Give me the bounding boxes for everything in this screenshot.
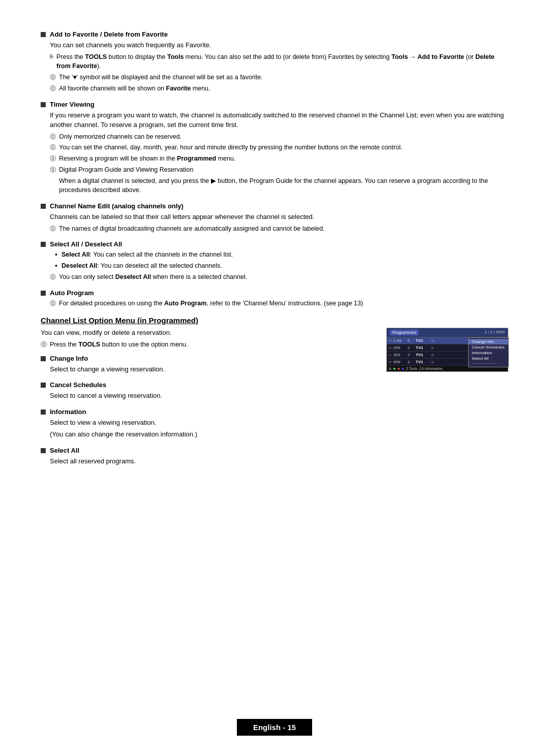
- bullet-icon: [41, 102, 46, 107]
- programmed-text-column: You can view, modify or delete a reserva…: [41, 328, 371, 473]
- subsection-body: Select to change a viewing reservation.: [50, 364, 371, 374]
- tv-footer-a: A: [389, 367, 391, 370]
- context-item-cancel: Cancel Schedules: [469, 344, 508, 350]
- bullet-icon: [41, 448, 46, 453]
- tv-channel-num: 459: [393, 360, 408, 364]
- tv-header: Programmed 1 / 1 / 2009: [387, 328, 508, 337]
- section-channel-name-edit: Channel Name Edit (analog channels only)…: [41, 202, 508, 233]
- tv-ch-type: 2: [408, 360, 416, 364]
- note-icon: ⓪: [50, 299, 56, 308]
- context-item-change-info: Change Info: [469, 339, 508, 344]
- bullet-icon: [41, 32, 46, 37]
- bullet-select-all: • Select All: You can select all the cha…: [55, 250, 508, 260]
- bullet-icon: [41, 383, 46, 388]
- note-text: Reserving a program will be shown in the…: [59, 154, 235, 164]
- section-programmed: Channel List Option Menu (in Programmed)…: [41, 316, 508, 473]
- note-text: You can set the channel, day, month, yea…: [59, 143, 402, 152]
- tv-display: Programmed 1 / 1 / 2009 ○ 1:59 5 TV1 ⊙ C…: [386, 328, 508, 372]
- tv-icon: ⊙: [431, 339, 437, 343]
- timer-note-3: ⓪ Reserving a program will be shown in t…: [50, 154, 508, 164]
- section-add-to-favorite: Add to Favorite / Delete from Favorite Y…: [41, 30, 508, 93]
- tv-ch-name: TV1: [416, 345, 431, 350]
- note-icon: ⓪: [50, 143, 56, 152]
- subsection-title: Select All: [50, 447, 79, 454]
- bullet-text: Deselect All: You can deselect all the s…: [62, 261, 222, 271]
- note-text-1: The '♥' symbol will be displayed and the…: [59, 73, 263, 82]
- programmed-intro: You can view, modify or delete a reserva…: [41, 328, 371, 338]
- tv-channel-num: 1:59: [393, 338, 408, 343]
- note-icon-2: ⓪: [50, 84, 56, 93]
- note-icon: ⓪: [50, 73, 56, 82]
- bullet-deselect-all: • Deselect All: You can deselect all the…: [55, 261, 508, 271]
- bullet-icon: [41, 291, 46, 296]
- note-text: You can only select Deselect All when th…: [59, 272, 247, 282]
- note-text: Press the TOOLS button to use the option…: [50, 340, 188, 350]
- tv-ch-type: 2: [408, 345, 416, 350]
- context-item-separator: ──────────: [469, 361, 508, 366]
- section-title: Timer Viewing: [50, 101, 95, 108]
- dot-icon: •: [55, 250, 57, 259]
- tv-ch-name: TV1: [416, 338, 431, 343]
- subsection-title: Change Info: [50, 355, 88, 362]
- section-body: Channels can be labeled so that their ca…: [50, 212, 508, 222]
- note-icon: ⓪: [50, 166, 56, 174]
- bullet-icon: [41, 410, 46, 415]
- tv-ch-name: TV1: [416, 353, 431, 357]
- section-timer-viewing: Timer Viewing If you reserve a program y…: [41, 101, 508, 196]
- note-icon: ⓪: [50, 154, 56, 163]
- tv-footer-tools: Z Tools: [406, 367, 417, 370]
- tv-ch-type: 5: [408, 338, 416, 343]
- tools-note-text: Press the TOOLS button to display the To…: [56, 52, 508, 72]
- tv-number-icon: ○: [389, 345, 391, 350]
- subsection-body-2: (You can also change the reservation inf…: [50, 429, 371, 439]
- page-content: Add to Favorite / Delete from Favorite Y…: [0, 0, 549, 521]
- programmed-heading: Channel List Option Menu (in Programmed): [41, 316, 508, 325]
- tv-date: 1 / 1 / 2009: [484, 330, 505, 335]
- section-body: You can set channels you watch frequentl…: [50, 40, 508, 50]
- digital-guide-header: ⓪ Digital Program Guide and Viewing Rese…: [50, 165, 508, 175]
- note-icon: ⓪: [50, 225, 56, 233]
- programmed-tools-note: ⓪ Press the TOOLS button to use the opti…: [41, 340, 371, 350]
- tv-footer-d: ■: [402, 367, 404, 370]
- tools-icon: ⎘: [50, 53, 53, 59]
- section-auto-program: Auto Program ⓪ For detailed procedures o…: [41, 289, 508, 308]
- programmed-content: You can view, modify or delete a reserva…: [41, 328, 508, 473]
- note-text: Only memorized channels can be reserved.: [59, 132, 181, 142]
- note-text-2: All favorite channels will be shown on F…: [59, 84, 210, 93]
- subsection-body: Select to cancel a viewing reservation.: [50, 391, 371, 401]
- tv-icon: ⊙: [431, 360, 437, 364]
- subsection-body-1: Select to view a viewing reservation.: [50, 418, 371, 428]
- tv-footer-info: C# Information: [419, 367, 443, 370]
- page-footer: English - 15: [0, 719, 549, 736]
- bullet-icon: [41, 204, 46, 209]
- note-icon: ⓪: [50, 273, 56, 281]
- digital-guide-body: When a digital channel is selected, and …: [59, 176, 508, 196]
- tv-channels-area: ○ 1:59 5 TV1 ⊙ Change Info Cancel Schedu…: [387, 337, 508, 366]
- tv-channel-num: 353: [393, 353, 408, 357]
- timer-note-1: ⓪ Only memorized channels can be reserve…: [50, 132, 508, 142]
- tv-icon: ⊙: [431, 346, 437, 350]
- tv-icon: ⊙: [431, 353, 437, 357]
- note-icon: ⓪: [41, 340, 47, 349]
- note-icon: ⓪: [50, 133, 56, 141]
- tools-note-row: ⎘ Press the TOOLS button to display the …: [50, 52, 508, 72]
- section-title: Channel Name Edit (analog channels only): [50, 202, 184, 210]
- tv-number-icon: ○: [389, 360, 391, 364]
- subsection-body: Select all reserved programs.: [50, 456, 371, 466]
- tv-footer-b: ■: [393, 367, 395, 370]
- section-title: Select All / Deselect All: [50, 240, 122, 248]
- section-select-all: Select All / Deselect All • Select All: …: [41, 240, 508, 281]
- context-menu: Change Info Cancel Schedules Information…: [468, 337, 509, 367]
- timer-note-2: ⓪ You can set the channel, day, month, y…: [50, 143, 508, 152]
- bullet-icon: [41, 356, 46, 361]
- tv-row-1: ○ 1:59 5 TV1 ⊙ Change Info Cancel Schedu…: [387, 337, 508, 344]
- subsection-select-all: Select All Select all reserved programs.: [41, 447, 371, 466]
- tv-screen-image: Programmed 1 / 1 / 2009 ○ 1:59 5 TV1 ⊙ C…: [386, 328, 508, 372]
- dot-icon: •: [55, 261, 57, 270]
- channel-name-note: ⓪ The names of digital broadcasting chan…: [50, 224, 508, 234]
- note-text: For detailed procedures on using the Aut…: [59, 299, 363, 308]
- context-item-information: Information: [469, 350, 508, 356]
- tv-ch-name: TV1: [416, 360, 431, 364]
- select-all-note: ⓪ You can only select Deselect All when …: [50, 272, 508, 282]
- tv-number-icon: ○: [389, 353, 391, 357]
